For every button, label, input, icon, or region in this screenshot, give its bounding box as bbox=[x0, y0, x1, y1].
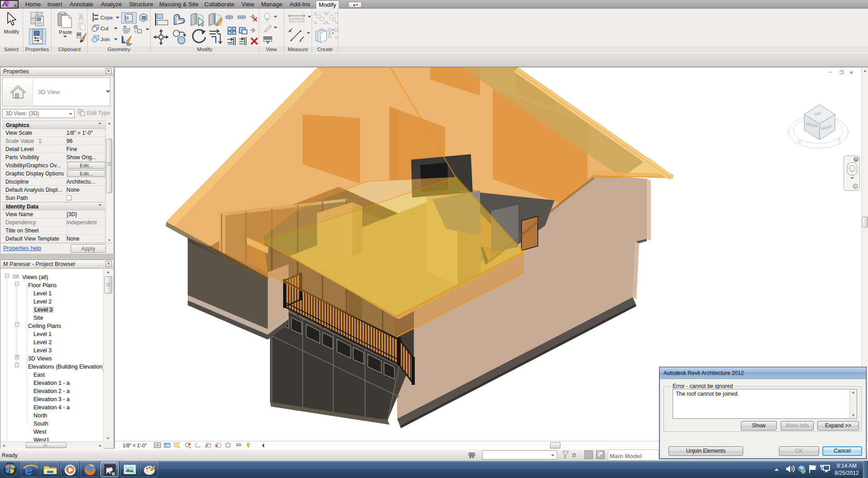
svg-text:S: S bbox=[798, 139, 801, 144]
svg-text:E: E bbox=[838, 137, 841, 142]
svg-text:R: R bbox=[113, 473, 115, 476]
svg-text:A: A bbox=[14, 4, 17, 8]
